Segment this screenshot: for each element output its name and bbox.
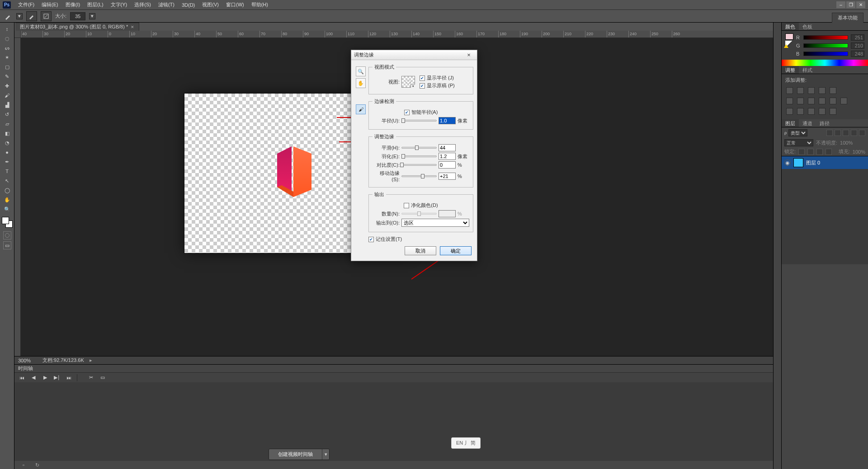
menu-help[interactable]: 帮助(H) [248, 0, 272, 9]
filter-adjust-icon[interactable] [835, 130, 841, 136]
workspace-tab[interactable]: 基本功能 [832, 13, 863, 23]
color-b-value[interactable]: 248 [851, 51, 864, 57]
ok-button[interactable]: 确定 [440, 246, 472, 255]
shift-edge-slider[interactable] [401, 175, 437, 177]
path-tool-icon[interactable]: ↖ [2, 176, 13, 185]
size-dropdown[interactable]: ▾ [89, 13, 95, 19]
lock-trans-icon[interactable] [798, 149, 805, 155]
filter-smart-icon[interactable] [859, 130, 865, 136]
adj-levels-icon[interactable] [797, 87, 804, 94]
radius-slider[interactable] [401, 120, 437, 122]
feather-slider[interactable] [401, 155, 437, 157]
menu-window[interactable]: 窗口(W) [222, 0, 248, 9]
layer-filter-kind[interactable]: 类型 [788, 129, 807, 136]
lock-pos-icon[interactable] [816, 149, 823, 155]
adj-vibrance-icon[interactable] [830, 87, 836, 94]
layer-row[interactable]: ◉ 图层 0 [782, 156, 868, 169]
eraser-tool-icon[interactable]: ▱ [2, 119, 13, 128]
adj-colbal-icon[interactable] [797, 98, 804, 104]
screenmode-icon[interactable]: ▭ [3, 241, 11, 249]
color-r-value[interactable]: 251 [851, 34, 864, 41]
adj-invert-icon[interactable] [786, 108, 793, 115]
dlg-hand-tool-icon[interactable]: ✋ [356, 78, 366, 88]
heal-tool-icon[interactable]: ✚ [2, 81, 13, 90]
menu-type[interactable]: 文字(Y) [107, 0, 131, 9]
lasso-tool-icon[interactable]: ᔕ [2, 43, 13, 52]
lock-pixels-icon[interactable] [807, 149, 814, 155]
document-tab-close-icon[interactable]: ✕ [131, 25, 134, 29]
stamp-tool-icon[interactable]: ▟ [2, 100, 13, 109]
window-close-icon[interactable]: ✕ [856, 1, 865, 8]
history-brush-icon[interactable]: ↺ [2, 110, 13, 119]
dialog-close-icon[interactable]: × [463, 52, 474, 58]
smooth-slider[interactable] [401, 147, 437, 149]
adj-brightness-icon[interactable] [786, 87, 793, 94]
dlg-zoom-tool-icon[interactable]: 🔍 [356, 66, 366, 76]
window-minimize-icon[interactable]: – [836, 1, 845, 8]
document-tab[interactable]: 图片素材03_副本.png @ 300% (图层 0, RGB/8) * ✕ [15, 23, 139, 31]
timeline-panel-tab[interactable]: 时间轴 [14, 364, 773, 372]
brush-overlay-icon[interactable] [41, 11, 52, 21]
color-bg-swatch[interactable] [785, 41, 793, 47]
styles-tab[interactable]: 样式 [799, 66, 816, 74]
tl-next-frame-icon[interactable]: ▶∣ [53, 375, 61, 381]
brush-size-input[interactable] [70, 12, 85, 20]
color-fg-swatch[interactable] [785, 33, 793, 40]
menu-view[interactable]: 视图(V) [198, 0, 222, 9]
layer-thumbnail[interactable] [793, 158, 803, 167]
menu-image[interactable]: 图像(I) [62, 0, 84, 9]
crop-tool-icon[interactable]: ▢ [2, 62, 13, 71]
tl-footer-slot-2[interactable]: ↻ [33, 462, 42, 468]
adj-selcol-icon[interactable] [830, 108, 836, 115]
radius-input[interactable] [439, 117, 456, 124]
zoom-tool-icon[interactable]: 🔍 [2, 205, 13, 214]
marquee-tool-icon[interactable]: ◌ [2, 34, 13, 43]
move-tool-icon[interactable]: ↕ [2, 24, 13, 33]
adj-exposure-icon[interactable] [819, 87, 826, 94]
layers-tab[interactable]: 图层 [782, 119, 799, 127]
opacity-value[interactable]: 100% [840, 140, 853, 145]
layer-name[interactable]: 图层 0 [806, 159, 820, 166]
tl-play-icon[interactable]: ▶ [42, 375, 49, 381]
adj-hue-icon[interactable] [786, 98, 793, 104]
menu-3d[interactable]: 3D(D) [178, 1, 198, 9]
wand-tool-icon[interactable]: ✶ [2, 53, 13, 62]
adj-bw-icon[interactable] [808, 98, 815, 104]
fill-value[interactable]: 100% [853, 149, 865, 155]
output-to-select[interactable]: 选区 [401, 219, 469, 227]
adj-chanmix-icon[interactable] [830, 98, 836, 104]
hand-tool-icon[interactable]: ✋ [2, 195, 13, 204]
tl-prev-frame-icon[interactable]: ◀ [30, 375, 37, 381]
menu-file[interactable]: 文件(F) [14, 0, 38, 9]
menu-filter[interactable]: 滤镜(T) [155, 0, 178, 9]
status-expand-icon[interactable]: ▸ [90, 357, 92, 363]
view-mode-dropdown-icon[interactable]: ▾ [410, 84, 415, 88]
color-tab[interactable]: 颜色 [782, 23, 799, 30]
smart-radius-checkbox[interactable] [404, 110, 410, 115]
adj-lut-icon[interactable] [840, 98, 847, 104]
ime-indicator[interactable]: EN 丿 简 [451, 437, 481, 449]
feather-input[interactable] [439, 153, 456, 160]
contrast-input[interactable] [439, 161, 456, 169]
filter-type-icon[interactable] [843, 130, 849, 136]
menu-edit[interactable]: 编辑(E) [38, 0, 62, 9]
layer-visibility-icon[interactable]: ◉ [784, 159, 791, 166]
adj-poster-icon[interactable] [797, 108, 804, 115]
paths-tab[interactable]: 路径 [816, 119, 833, 127]
dodge-tool-icon[interactable]: ● [2, 148, 13, 157]
smooth-input[interactable] [439, 144, 456, 151]
dialog-titlebar[interactable]: 调整边缘 × [351, 50, 477, 60]
type-tool-icon[interactable]: T [2, 167, 13, 176]
eyedropper-tool-icon[interactable]: ✎ [2, 72, 13, 81]
color-b-slider[interactable] [803, 52, 848, 56]
color-swatch-icon[interactable] [2, 217, 13, 228]
color-g-value[interactable]: 210 [851, 42, 864, 49]
decon-checkbox[interactable] [404, 203, 409, 208]
tl-first-frame-icon[interactable]: ⏮ [18, 375, 25, 381]
filter-shape-icon[interactable] [851, 130, 857, 136]
contrast-slider[interactable] [401, 164, 437, 166]
swatches-tab[interactable]: 色板 [799, 23, 816, 30]
window-restore-icon[interactable]: ❐ [846, 1, 855, 8]
adj-photo-icon[interactable] [819, 98, 826, 104]
view-mode-swatch[interactable]: ▾ [401, 76, 415, 88]
